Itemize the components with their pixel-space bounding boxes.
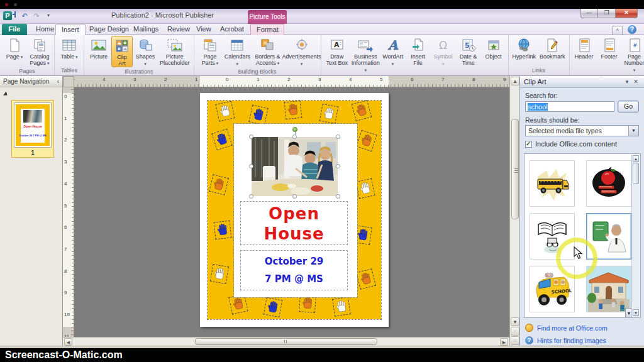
media-type-select[interactable]: Selected media file types ▼ [525,125,639,136]
results-scroll-thumb[interactable] [633,163,639,184]
find-more-link[interactable]: Find more at Office.com [525,324,608,332]
tab-insert[interactable]: Insert [55,24,86,35]
ribbon-group-links: Hyperlink Bookmark Links [509,35,570,75]
next-page-icon[interactable]: ⁙ [511,336,519,345]
search-input-value: school [528,103,548,111]
include-office-checkbox[interactable] [525,141,532,148]
resize-handle-w[interactable] [249,164,253,168]
scroll-left-icon[interactable]: ◀ [64,338,72,346]
h-ruler-number: 7 [441,77,444,82]
publication-page[interactable]: Open House October 29 7 PM @ MS [200,93,389,327]
ribbon-group-tables: Table Tables [55,35,84,75]
customize-qat-icon[interactable]: ▾ [43,11,53,21]
table-button[interactable]: Table [57,36,82,66]
tab-view[interactable]: View [191,24,217,35]
clipart-result-school-bus-drawing[interactable] [530,160,575,207]
symbol-icon: Ω [437,37,450,53]
go-button[interactable]: Go [618,101,639,112]
vertical-scroll-thumb[interactable] [511,119,519,219]
advertisements-button[interactable]: Advertisements [284,36,318,67]
tab-format[interactable]: Format [250,24,284,35]
draw-text-box-icon: A [330,37,345,53]
business-information-button[interactable]: Business Information [351,36,380,74]
page-thumbnail-selected[interactable]: Open House October 29 7 PM @ MS 1 [11,100,54,158]
results-scrollbar[interactable]: ▲ ▼ [631,155,640,317]
minimize-button[interactable]: — [580,9,598,18]
resize-handle-sw[interactable] [249,194,253,199]
header-icon [577,37,591,53]
header-button[interactable]: Header [572,36,597,74]
picture-button[interactable]: Picture [86,36,111,67]
close-button[interactable]: ✕ [615,9,638,18]
footer-button[interactable]: Footer [597,36,622,74]
hyperlink-icon [516,37,531,53]
insert-file-button[interactable]: Insert File [406,36,431,74]
previous-page-icon[interactable]: ⁙ [511,327,519,336]
h-ruler-number: 1 [257,77,259,82]
resize-handle-ne[interactable] [336,134,340,139]
resize-handle-n[interactable] [292,134,297,139]
page-number-button[interactable]: # Page Number [622,36,644,74]
redo-icon[interactable]: ↷ [31,11,42,21]
clipart-result-cartoon-school-bus[interactable]: SCHOOL BUS [530,266,575,312]
publisher-app-icon[interactable]: P [3,11,13,21]
draw-text-box-button[interactable]: A Draw Text Box [323,36,351,74]
borders-accents-button[interactable]: Borders & Accents [250,36,284,67]
hyperlink-button[interactable]: Hyperlink [511,36,538,66]
resize-handle-s[interactable] [292,194,297,199]
handprint-stamp-blue [248,105,268,126]
catalog-pages-button[interactable]: Catalog Pages [27,36,52,67]
horizontal-ruler[interactable]: 5432101234567891011121314 [74,76,509,87]
panel-options-icon[interactable] [3,91,9,97]
calendars-icon [230,37,245,53]
chevron-down-icon[interactable]: ▼ [628,126,638,136]
scroll-down-icon[interactable]: ▼ [511,317,519,326]
clip-art-button[interactable]: Clip Art [111,36,133,67]
undo-icon[interactable]: ↶ [19,11,30,21]
horizontal-scroll-thumb[interactable] [195,338,377,345]
resize-handle-e[interactable] [336,164,340,168]
borders-accents-icon [260,37,275,53]
date-text-box[interactable]: October 29 7 PM @ MS [240,250,348,290]
scroll-up-icon[interactable]: ▲ [511,77,519,85]
clipart-result-school-building-scene[interactable] [586,266,631,312]
search-input[interactable]: school [525,101,614,112]
clipart-result-apple-and-books[interactable] [586,160,631,207]
resize-handle-se[interactable] [336,194,340,199]
collapse-panel-icon[interactable]: ‹ [57,76,59,87]
calendars-button[interactable]: Calendars [224,36,250,67]
clipart-result-teacher-at-chalkboard[interactable] [586,213,631,260]
picture-placeholder-button[interactable]: Picture Placeholder [158,36,192,67]
pane-menu-icon[interactable]: ▾ [623,79,631,85]
date-time-button[interactable]: 5 Date & Time [456,36,481,74]
bookmark-button[interactable]: Bookmark [538,36,567,66]
wordart-button[interactable]: A WordArt [380,36,406,74]
publication-canvas[interactable]: Open House October 29 7 PM @ MS [74,87,509,346]
tab-file[interactable]: File [2,24,27,35]
record-dot-icon [5,3,8,6]
vertical-scrollbar[interactable]: ▲ ▼ ⁙ ⁙ [509,76,519,346]
page-button[interactable]: Page [2,36,27,67]
object-button[interactable]: Object [481,36,506,74]
media-type-value: Selected media file types [526,127,628,134]
maximize-button[interactable]: ❐ [598,9,615,18]
page-parts-button[interactable]: Page Parts [196,36,225,67]
pane-close-icon[interactable]: ✕ [631,79,640,85]
tab-page-design[interactable]: Page Design [84,24,135,35]
title-text-box[interactable]: Open House [240,201,348,245]
hints-link[interactable]: ? Hints for finding images [525,336,608,344]
scroll-right-icon[interactable]: ▶ [500,338,508,346]
shapes-button[interactable]: Shapes [133,36,158,67]
help-icon[interactable]: ? [628,25,636,34]
collapse-ribbon-icon[interactable]: ˄ [612,26,623,35]
vertical-ruler[interactable]: 01234567891011 [63,87,74,346]
clipart-result-book-and-inkwell[interactable] [530,213,575,260]
results-scroll-down-icon[interactable]: ▼ [633,309,639,316]
selected-photo[interactable] [252,137,338,196]
rotate-handle[interactable] [292,127,297,132]
results-scroll-up-icon[interactable]: ▲ [633,155,639,162]
horizontal-scrollbar[interactable]: ◀ ▶ [63,337,509,346]
resize-handle-nw[interactable] [249,134,253,139]
tab-mailings[interactable]: Mailings [128,24,164,35]
tab-acrobat[interactable]: Acrobat [214,24,250,35]
